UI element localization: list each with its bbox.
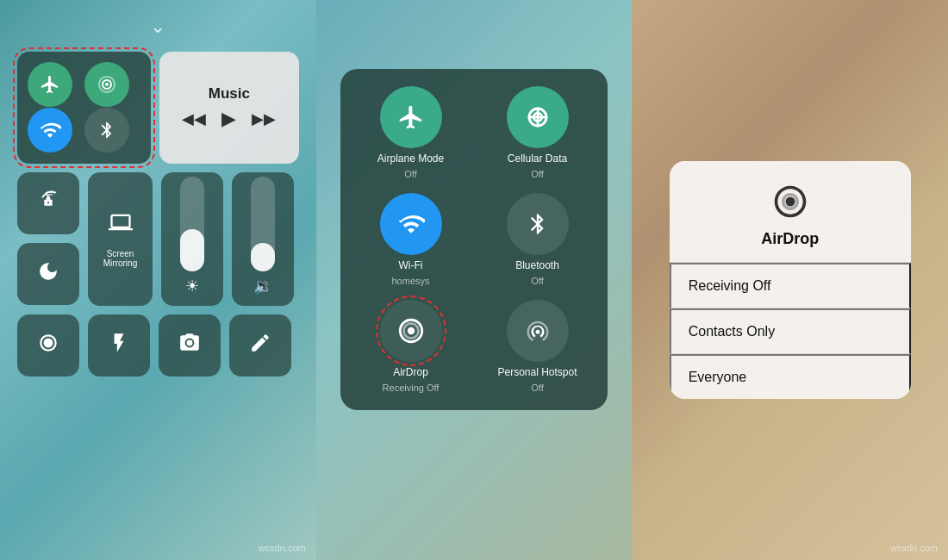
notes-button[interactable] (229, 314, 291, 376)
camera-icon (178, 332, 201, 359)
airplane-mode-circle (380, 86, 442, 148)
volume-track (251, 177, 275, 271)
svg-point-7 (785, 197, 795, 207)
next-button[interactable]: ▶▶ (252, 109, 276, 128)
brightness-fill (180, 229, 204, 272)
airdrop-menu: AirDrop Receiving Off Contacts Only Ever… (670, 161, 911, 399)
wifi-sublabel: homesys (391, 276, 429, 286)
wifi-circle (380, 193, 442, 255)
svg-point-3 (44, 339, 53, 348)
network-tile[interactable] (17, 52, 151, 164)
cellular-data-item[interactable]: Cellular Data Off (481, 86, 594, 179)
screen-mirroring-button[interactable]: ScreenMirroring (88, 172, 153, 306)
airplane-mode-button[interactable] (28, 62, 72, 107)
hotspot-icon (525, 318, 551, 344)
volume-icon: 🔉 (253, 277, 272, 296)
notes-icon (249, 332, 271, 359)
airdrop-menu-title: AirDrop (761, 230, 819, 248)
screen-mirroring-label: ScreenMirroring (103, 249, 137, 268)
airplane-mode-label: Airplane Mode (377, 152, 444, 165)
airplane-mode-sublabel: Off (404, 169, 416, 179)
airplane-icon (40, 74, 60, 95)
bluetooth-sublabel: Off (531, 276, 543, 286)
wifi-expanded-icon (397, 210, 425, 238)
cellular-data-circle (507, 86, 569, 148)
airdrop-icon (396, 316, 426, 345)
airplane-mode-icon (397, 103, 425, 131)
bluetooth-circle (507, 193, 569, 255)
airdrop-wave-svg (771, 183, 809, 221)
airdrop-circle (380, 300, 442, 362)
bluetooth-item[interactable]: Bluetooth Off (481, 193, 594, 286)
cellular-data-sublabel: Off (531, 169, 543, 179)
play-button[interactable]: ▶ (221, 108, 236, 130)
volume-slider[interactable]: 🔉 (232, 172, 294, 306)
moon-icon (37, 260, 59, 288)
music-controls: ◀◀ ▶ ▶▶ (182, 108, 276, 130)
cellular-data-label: Cellular Data (508, 152, 567, 165)
panel-3: AirDrop Receiving Off Contacts Only Ever… (632, 0, 948, 560)
expanded-control-center: Airplane Mode Off Cellular Data Off (340, 69, 608, 410)
wifi-item[interactable]: Wi-Fi homesys (354, 193, 467, 286)
panel-1: ⌄ (0, 0, 316, 560)
chevron-icon: ⌄ (150, 16, 165, 38)
bluetooth-button[interactable] (84, 108, 129, 152)
airdrop-menu-header: AirDrop (670, 161, 911, 263)
airplane-mode-item[interactable]: Airplane Mode Off (354, 86, 467, 179)
wifi-icon (39, 119, 61, 141)
airdrop-label: AirDrop (393, 366, 428, 378)
svg-point-6 (407, 327, 415, 335)
airdrop-item[interactable]: AirDrop Receiving Off (354, 300, 467, 393)
svg-point-1 (105, 83, 109, 86)
control-center-grid: Music ◀◀ ▶ ▶▶ (17, 52, 299, 376)
row-1: Music ◀◀ ▶ ▶▶ (17, 52, 299, 164)
watermark: wsxdn.com (890, 543, 938, 553)
airdrop-menu-icon (769, 180, 812, 223)
flashlight-button[interactable] (88, 314, 150, 376)
bottom-icons-row (17, 314, 299, 376)
cellular-icon (97, 74, 117, 95)
connectivity-grid: Airplane Mode Off Cellular Data Off (354, 86, 594, 393)
bluetooth-icon (97, 121, 116, 140)
row-2: ScreenMirroring ☀ 🔉 (17, 172, 299, 306)
flashlight-icon (108, 332, 130, 359)
record-icon (37, 332, 59, 359)
screen-record-button[interactable] (17, 314, 79, 376)
brightness-icon: ☀ (185, 277, 199, 296)
airdrop-sublabel: Receiving Off (383, 383, 440, 393)
hotspot-item[interactable]: Personal Hotspot Off (481, 300, 594, 393)
wifi-label: Wi-Fi (399, 259, 423, 271)
brightness-slider[interactable]: ☀ (161, 172, 223, 306)
volume-fill (251, 243, 275, 271)
music-tile[interactable]: Music ◀◀ ▶ ▶▶ (159, 52, 299, 164)
cellular-data-icon (524, 103, 552, 131)
brightness-track (180, 177, 204, 271)
hotspot-circle (507, 300, 569, 362)
rotation-lock-icon (36, 189, 60, 218)
hotspot-label: Personal Hotspot (497, 366, 577, 378)
bluetooth-expanded-icon (526, 212, 550, 236)
camera-button[interactable] (159, 314, 221, 376)
cellular-button[interactable] (84, 62, 129, 107)
watermark-p1: wsxdn.com (259, 543, 306, 553)
screen-mirroring-icon (109, 210, 133, 239)
everyone-option[interactable]: Everyone (670, 354, 911, 399)
prev-button[interactable]: ◀◀ (182, 109, 206, 128)
music-title: Music (209, 85, 250, 103)
wifi-button[interactable] (28, 108, 72, 152)
rotation-lock-button[interactable] (17, 172, 79, 234)
hotspot-sublabel: Off (531, 383, 543, 393)
contacts-only-option[interactable]: Contacts Only (670, 308, 911, 354)
do-not-disturb-button[interactable] (17, 243, 79, 305)
bluetooth-label: Bluetooth (515, 259, 559, 271)
panel-2: Airplane Mode Off Cellular Data Off (316, 0, 633, 560)
receiving-off-option[interactable]: Receiving Off (670, 263, 911, 308)
